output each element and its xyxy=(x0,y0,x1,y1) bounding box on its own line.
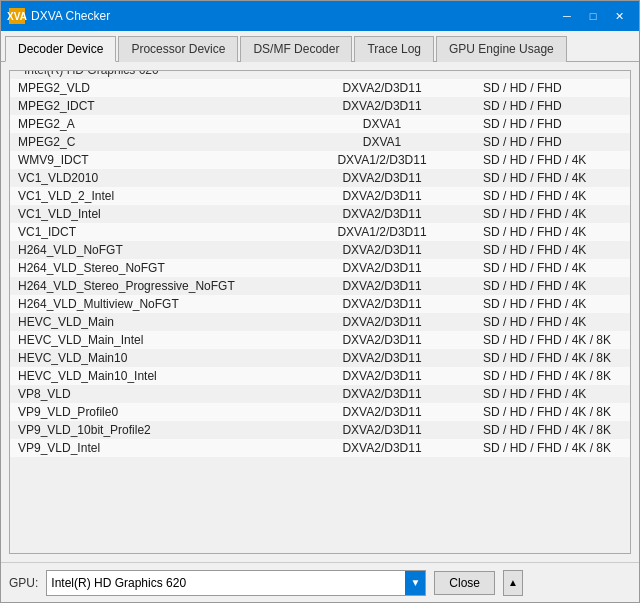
minimize-button[interactable]: ─ xyxy=(555,6,579,26)
decoder-resolution: SD / HD / FHD / 4K xyxy=(475,205,630,223)
decoder-name: MPEG2_A xyxy=(10,115,289,133)
decoder-api: DXVA2/D3D11 xyxy=(289,187,475,205)
decoder-resolution: SD / HD / FHD / 4K xyxy=(475,169,630,187)
table-row: MPEG2_ADXVA1SD / HD / FHD xyxy=(10,115,630,133)
table-row: HEVC_VLD_MainDXVA2/D3D11SD / HD / FHD / … xyxy=(10,313,630,331)
table-row: HEVC_VLD_Main10_IntelDXVA2/D3D11SD / HD … xyxy=(10,367,630,385)
decoder-name: HEVC_VLD_Main10 xyxy=(10,349,289,367)
decoder-api: DXVA1/2/D3D11 xyxy=(289,223,475,241)
table-row: H264_VLD_NoFGTDXVA2/D3D11SD / HD / FHD /… xyxy=(10,241,630,259)
decoder-resolution: SD / HD / FHD / 4K / 8K xyxy=(475,367,630,385)
table-row: MPEG2_VLDDXVA2/D3D11SD / HD / FHD xyxy=(10,79,630,97)
decoder-name: WMV9_IDCT xyxy=(10,151,289,169)
window-title: DXVA Checker xyxy=(31,9,110,23)
table-row: H264_VLD_Stereo_Progressive_NoFGTDXVA2/D… xyxy=(10,277,630,295)
decoder-resolution: SD / HD / FHD xyxy=(475,79,630,97)
decoder-api: DXVA2/D3D11 xyxy=(289,421,475,439)
tab-processor[interactable]: Processor Device xyxy=(118,36,238,62)
tab-dsmf[interactable]: DS/MF Decoder xyxy=(240,36,352,62)
decoder-resolution: SD / HD / FHD xyxy=(475,133,630,151)
table-row: VC1_VLD_2_IntelDXVA2/D3D11SD / HD / FHD … xyxy=(10,187,630,205)
decoder-name: HEVC_VLD_Main10_Intel xyxy=(10,367,289,385)
decoder-api: DXVA2/D3D11 xyxy=(289,97,475,115)
decoder-api: DXVA2/D3D11 xyxy=(289,169,475,187)
decoder-table: MPEG2_VLDDXVA2/D3D11SD / HD / FHDMPEG2_I… xyxy=(10,79,630,457)
decoder-name: VC1_VLD_2_Intel xyxy=(10,187,289,205)
decoder-resolution: SD / HD / FHD / 4K xyxy=(475,241,630,259)
title-bar-left: XVA DXVA Checker xyxy=(9,8,110,24)
table-row: VC1_VLD_IntelDXVA2/D3D11SD / HD / FHD / … xyxy=(10,205,630,223)
title-controls: ─ □ ✕ xyxy=(555,6,631,26)
decoder-api: DXVA2/D3D11 xyxy=(289,331,475,349)
table-row: MPEG2_CDXVA1SD / HD / FHD xyxy=(10,133,630,151)
decoder-api: DXVA2/D3D11 xyxy=(289,205,475,223)
decoder-resolution: SD / HD / FHD / 4K / 8K xyxy=(475,439,630,457)
decoder-resolution: SD / HD / FHD / 4K / 8K xyxy=(475,331,630,349)
decoder-name: VC1_VLD_Intel xyxy=(10,205,289,223)
decoder-api: DXVA1/2/D3D11 xyxy=(289,151,475,169)
table-container[interactable]: MPEG2_VLDDXVA2/D3D11SD / HD / FHDMPEG2_I… xyxy=(10,79,630,553)
table-row: HEVC_VLD_Main_IntelDXVA2/D3D11SD / HD / … xyxy=(10,331,630,349)
decoder-resolution: SD / HD / FHD / 4K xyxy=(475,259,630,277)
decoder-resolution: SD / HD / FHD / 4K xyxy=(475,187,630,205)
table-row: VC1_IDCTDXVA1/2/D3D11SD / HD / FHD / 4K xyxy=(10,223,630,241)
decoder-api: DXVA2/D3D11 xyxy=(289,439,475,457)
gpu-select-value: Intel(R) HD Graphics 620 xyxy=(51,576,405,590)
gpu-select-arrow[interactable]: ▼ xyxy=(405,571,425,595)
scroll-up-button[interactable]: ▲ xyxy=(503,570,523,596)
table-row: MPEG2_IDCTDXVA2/D3D11SD / HD / FHD xyxy=(10,97,630,115)
close-button[interactable]: ✕ xyxy=(607,6,631,26)
decoder-api: DXVA2/D3D11 xyxy=(289,385,475,403)
tab-bar: Decoder Device Processor Device DS/MF De… xyxy=(1,31,639,62)
decoder-name: MPEG2_IDCT xyxy=(10,97,289,115)
decoder-api: DXVA2/D3D11 xyxy=(289,349,475,367)
gpu-label: GPU: xyxy=(9,576,38,590)
decoder-name: VP8_VLD xyxy=(10,385,289,403)
decoder-resolution: SD / HD / FHD xyxy=(475,115,630,133)
table-row: VP9_VLD_IntelDXVA2/D3D11SD / HD / FHD / … xyxy=(10,439,630,457)
decoder-api: DXVA2/D3D11 xyxy=(289,79,475,97)
decoder-api: DXVA2/D3D11 xyxy=(289,259,475,277)
table-row: VP9_VLD_Profile0DXVA2/D3D11SD / HD / FHD… xyxy=(10,403,630,421)
decoder-name: MPEG2_C xyxy=(10,133,289,151)
decoder-api: DXVA1 xyxy=(289,133,475,151)
decoder-name: VC1_IDCT xyxy=(10,223,289,241)
decoder-name: VP9_VLD_Profile0 xyxy=(10,403,289,421)
main-window: XVA DXVA Checker ─ □ ✕ Decoder Device Pr… xyxy=(0,0,640,603)
table-row: VP8_VLDDXVA2/D3D11SD / HD / FHD / 4K xyxy=(10,385,630,403)
tab-decoder[interactable]: Decoder Device xyxy=(5,36,116,62)
tab-gpuengine[interactable]: GPU Engine Usage xyxy=(436,36,567,62)
decoder-resolution: SD / HD / FHD xyxy=(475,97,630,115)
table-row: H264_VLD_Stereo_NoFGTDXVA2/D3D11SD / HD … xyxy=(10,259,630,277)
content-area: Intel(R) HD Graphics 620 MPEG2_VLDDXVA2/… xyxy=(1,62,639,562)
decoder-api: DXVA2/D3D11 xyxy=(289,295,475,313)
maximize-button[interactable]: □ xyxy=(581,6,605,26)
decoder-api: DXVA2/D3D11 xyxy=(289,313,475,331)
decoder-resolution: SD / HD / FHD / 4K xyxy=(475,223,630,241)
gpu-select-wrapper[interactable]: Intel(R) HD Graphics 620 ▼ xyxy=(46,570,426,596)
app-icon: XVA xyxy=(9,8,25,24)
decoder-name: MPEG2_VLD xyxy=(10,79,289,97)
table-row: HEVC_VLD_Main10DXVA2/D3D11SD / HD / FHD … xyxy=(10,349,630,367)
group-label: Intel(R) HD Graphics 620 xyxy=(20,70,163,77)
decoder-resolution: SD / HD / FHD / 4K / 8K xyxy=(475,349,630,367)
decoder-api: DXVA2/D3D11 xyxy=(289,241,475,259)
decoder-resolution: SD / HD / FHD / 4K xyxy=(475,295,630,313)
decoder-name: H264_VLD_NoFGT xyxy=(10,241,289,259)
decoder-resolution: SD / HD / FHD / 4K xyxy=(475,313,630,331)
table-row: WMV9_IDCTDXVA1/2/D3D11SD / HD / FHD / 4K xyxy=(10,151,630,169)
decoder-resolution: SD / HD / FHD / 4K xyxy=(475,385,630,403)
decoder-name: VC1_VLD2010 xyxy=(10,169,289,187)
decoder-name: H264_VLD_Stereo_Progressive_NoFGT xyxy=(10,277,289,295)
decoder-name: VP9_VLD_10bit_Profile2 xyxy=(10,421,289,439)
title-bar: XVA DXVA Checker ─ □ ✕ xyxy=(1,1,639,31)
tab-tracelog[interactable]: Trace Log xyxy=(354,36,434,62)
decoder-name: VP9_VLD_Intel xyxy=(10,439,289,457)
decoder-resolution: SD / HD / FHD / 4K / 8K xyxy=(475,403,630,421)
table-row: VC1_VLD2010DXVA2/D3D11SD / HD / FHD / 4K xyxy=(10,169,630,187)
close-button-bottom[interactable]: Close xyxy=(434,571,495,595)
decoder-api: DXVA2/D3D11 xyxy=(289,403,475,421)
decoder-name: HEVC_VLD_Main_Intel xyxy=(10,331,289,349)
bottom-bar: GPU: Intel(R) HD Graphics 620 ▼ Close ▲ xyxy=(1,562,639,602)
table-row: H264_VLD_Multiview_NoFGTDXVA2/D3D11SD / … xyxy=(10,295,630,313)
